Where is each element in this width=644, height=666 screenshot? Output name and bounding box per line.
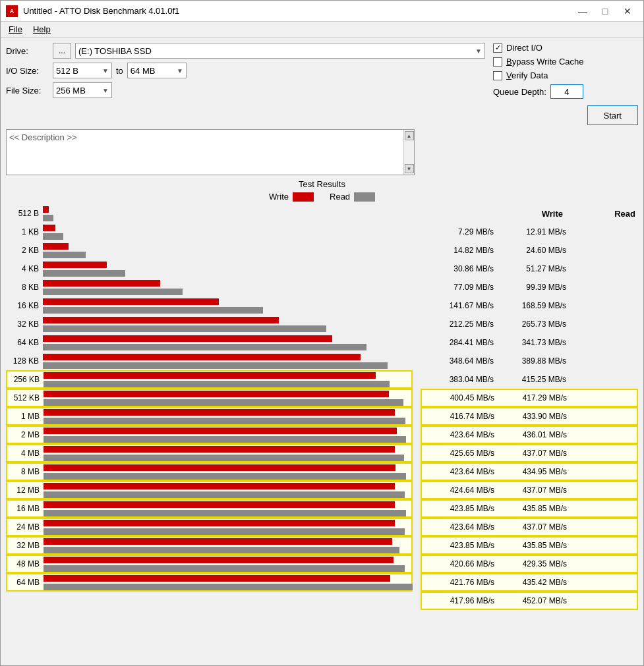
io-size-label: I/O Size: (6, 66, 49, 76)
queue-depth-input[interactable] (550, 84, 583, 99)
desc-scroll-up-button[interactable]: ▲ (405, 131, 414, 140)
read-cell: 389.88 MB/s (496, 356, 569, 366)
description-scrollbar[interactable]: ▲ ▼ (403, 130, 414, 175)
data-row: 284.41 MB/s 341.73 MB/s (421, 333, 638, 352)
chart-row: 64 KB (6, 333, 413, 352)
bars-container (44, 482, 411, 498)
read-col-header-label: Read (566, 209, 638, 219)
read-bar-wrap (43, 306, 412, 314)
row-label: 32 MB (7, 541, 44, 550)
read-bar-wrap (44, 417, 411, 424)
start-button[interactable]: Start (587, 105, 638, 125)
bars-container (43, 261, 412, 277)
read-cell: 12.91 MB/s (496, 227, 569, 236)
write-bar-wrap (44, 408, 411, 416)
read-cell: 452.07 MB/s (497, 596, 570, 605)
write-bar-wrap (44, 501, 411, 508)
menu-help[interactable]: Help (28, 23, 56, 36)
chart-row: 128 KB (6, 352, 413, 370)
bypass-write-checkbox[interactable] (493, 57, 502, 67)
file-size-value: 256 MB (56, 86, 86, 96)
read-bar-wrap (44, 472, 411, 480)
bars-container (44, 464, 411, 480)
chart-row: 2 MB (6, 426, 413, 444)
write-cell: 420.66 MB/s (424, 559, 497, 569)
close-button[interactable]: ✕ (617, 3, 638, 19)
read-cell: 417.29 MB/s (497, 393, 570, 402)
write-cell: 348.64 MB/s (424, 356, 496, 366)
row-label: 256 KB (7, 375, 44, 384)
browse-button[interactable]: ... (53, 43, 71, 59)
description-area[interactable]: << Description >> ▲ ▼ (6, 129, 415, 175)
io-size-to-select[interactable]: 64 MB ▼ (127, 63, 187, 78)
write-bar-wrap (44, 427, 411, 434)
queue-depth-label: Queue Depth: (493, 87, 546, 97)
menu-file[interactable]: File (3, 23, 28, 36)
chart-row: 24 MB (6, 518, 413, 536)
write-bar (44, 391, 389, 397)
file-size-label: File Size: (6, 86, 49, 96)
bars-container (44, 519, 411, 535)
left-controls: Drive: ... (E:) TOSHIBA SSD ▼ I/O Size: … (6, 43, 485, 98)
bars-container (43, 298, 412, 314)
write-bar-wrap (43, 261, 412, 268)
write-bar-wrap (44, 574, 413, 582)
write-bar-wrap (44, 538, 411, 545)
bars-container (44, 390, 411, 406)
data-row: 423.64 MB/s 437.07 MB/s (421, 518, 638, 536)
write-bar-wrap (44, 519, 411, 526)
row-label: 12 MB (7, 486, 44, 495)
write-bar (43, 335, 332, 342)
read-bar-wrap (44, 454, 411, 461)
write-cell: 383.04 MB/s (424, 375, 496, 384)
file-size-select[interactable]: 256 MB ▼ (53, 82, 112, 98)
bars-container (43, 224, 412, 240)
write-cell: 14.82 MB/s (424, 246, 496, 255)
write-bar (44, 409, 395, 416)
write-cell: 423.64 MB/s (424, 467, 497, 476)
read-bar (44, 584, 413, 590)
write-bar (44, 428, 397, 434)
write-cell: 77.09 MB/s (424, 283, 496, 292)
chart-row: 512 KB (6, 389, 413, 407)
read-bar (44, 528, 405, 535)
chart-row: 512 B (6, 204, 413, 223)
write-cell: 423.64 MB/s (424, 522, 497, 532)
chart-row: 32 KB (6, 315, 413, 333)
read-bar-wrap (43, 233, 412, 240)
read-bar-wrap (44, 380, 411, 387)
bars-container (43, 206, 412, 221)
data-row: 77.09 MB/s 99.39 MB/s (421, 278, 638, 296)
read-cell: 435.85 MB/s (497, 541, 570, 550)
desc-scroll-down-button[interactable]: ▼ (405, 164, 414, 173)
direct-io-checkbox[interactable]: ✓ (493, 43, 502, 53)
write-bar-wrap (43, 298, 412, 305)
io-from-arrow-icon: ▼ (102, 67, 109, 74)
write-cell: 212.25 MB/s (424, 319, 496, 329)
drive-arrow-icon: ▼ (475, 47, 482, 55)
row-label: 2 MB (7, 430, 44, 439)
main-window: A Untitled - ATTO Disk Benchmark 4.01.0f… (0, 0, 644, 666)
verify-data-checkbox[interactable] (493, 71, 502, 80)
drive-label: Drive: (6, 46, 49, 56)
data-row: 400.45 MB/s 417.29 MB/s (421, 389, 638, 407)
minimize-button[interactable]: — (572, 3, 593, 19)
write-cell: 400.45 MB/s (424, 393, 497, 402)
drive-select[interactable]: (E:) TOSHIBA SSD ▼ (75, 43, 485, 59)
read-bar-wrap (43, 251, 412, 258)
drive-value: (E:) TOSHIBA SSD (78, 46, 152, 56)
write-bar-wrap (44, 372, 411, 379)
write-bar (44, 520, 395, 526)
row-label: 16 MB (7, 504, 44, 513)
row-label: 32 KB (7, 319, 43, 329)
read-cell: 265.73 MB/s (496, 319, 569, 329)
write-bar-wrap (44, 482, 411, 489)
app-icon: A (6, 5, 18, 17)
maximize-button[interactable]: □ (595, 3, 616, 19)
read-bar-wrap (43, 214, 412, 221)
read-legend-label: Read (330, 192, 350, 202)
bars-container (44, 427, 411, 443)
io-to-arrow-icon: ▼ (177, 67, 183, 74)
io-size-from-select[interactable]: 512 B ▼ (53, 63, 112, 78)
read-bar-wrap (43, 325, 412, 332)
